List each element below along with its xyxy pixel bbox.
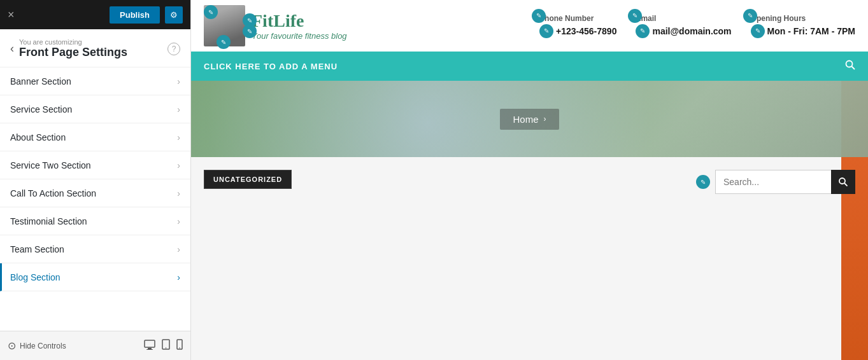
svg-point-9	[839, 178, 845, 184]
customizing-label: You are customizing	[19, 38, 162, 46]
sidebar-item-testimonial[interactable]: Testimonial Section ›	[0, 207, 190, 235]
edit-phone-button[interactable]: ✎	[532, 9, 546, 23]
mobile-view-button[interactable]	[176, 339, 183, 352]
chevron-right-icon: ›	[177, 272, 180, 282]
edit-hours-button[interactable]: ✎	[743, 9, 757, 23]
svg-line-10	[844, 183, 848, 186]
sidebar-item-about[interactable]: About Section ›	[0, 123, 190, 151]
hide-controls-toggle[interactable]: ⊙ Hide Controls	[8, 340, 66, 352]
help-icon[interactable]: ?	[167, 43, 180, 55]
breadcrumb-home: Home	[513, 114, 538, 125]
top-bar: × Publish ⚙	[0, 0, 190, 29]
left-panel: × Publish ⚙ ‹ You are customizing Front …	[0, 0, 191, 360]
search-submit-button[interactable]	[831, 170, 855, 194]
back-button[interactable]: ‹	[10, 42, 14, 55]
sidebar-item-service[interactable]: Service Section ›	[0, 95, 190, 123]
sidebar-item-service-two[interactable]: Service Two Section ›	[0, 151, 190, 179]
sidebar-item-team[interactable]: Team Section ›	[0, 235, 190, 263]
sidebar-item-cta[interactable]: Call To Action Section ›	[0, 179, 190, 207]
edit-tagline-button[interactable]: ✎	[243, 24, 257, 38]
customizer-header: ‹ You are customizing Front Page Setting…	[0, 29, 190, 67]
site-tagline: Your favourite fitness blog	[252, 31, 347, 41]
hours-label: Opening Hours	[751, 14, 806, 23]
phone-label: Phone Number	[539, 14, 594, 23]
tablet-view-button[interactable]	[162, 339, 170, 352]
view-mode-icons	[144, 339, 183, 352]
logo-text: FitLife Your favourite fitness blog	[252, 11, 347, 41]
site-navigation[interactable]: CLICK HERE TO ADD A MENU	[191, 52, 868, 81]
hours-value: Mon - Fri: 7AM - 7PM	[767, 26, 855, 36]
email-value: mail@domain.com	[652, 26, 731, 36]
content-area: UNCATEGORIZED ✎	[191, 157, 868, 207]
page-title: Front Page Settings	[19, 46, 162, 59]
preview-area: ✎ ✎ ✎ FitLife Your favourite fitness blo…	[191, 0, 868, 360]
hero-area: Home ›	[191, 81, 868, 157]
chevron-right-icon: ›	[177, 244, 180, 254]
contact-info: ✎ Phone Number ✎ +123-456-7890 ✎ Email ✎…	[360, 14, 855, 38]
uncategorized-badge: UNCATEGORIZED	[204, 170, 292, 189]
site-header: ✎ ✎ ✎ FitLife Your favourite fitness blo…	[191, 0, 868, 52]
toggle-icon: ⊙	[8, 340, 16, 352]
chevron-right-icon: ›	[177, 216, 180, 226]
svg-rect-2	[146, 349, 153, 350]
phone-value: +123-456-7890	[556, 26, 616, 36]
chevron-right-icon: ›	[177, 104, 180, 114]
desktop-view-button[interactable]	[144, 339, 155, 352]
svg-rect-0	[145, 340, 155, 347]
svg-line-8	[852, 67, 855, 70]
chevron-right-icon: ›	[177, 160, 180, 170]
bottom-bar: ⊙ Hide Controls	[0, 331, 190, 360]
sidebar-item-banner[interactable]: Banner Section ›	[0, 67, 190, 95]
edit-logo-tl-button[interactable]: ✎	[204, 5, 218, 19]
chevron-right-icon: ›	[177, 76, 180, 87]
settings-gear-button[interactable]: ⚙	[165, 6, 183, 24]
svg-rect-1	[148, 348, 152, 349]
publish-button[interactable]: Publish	[110, 6, 160, 24]
svg-point-7	[846, 61, 853, 67]
site-name: FitLife	[252, 11, 347, 31]
preview-wrapper: ✎ ✎ ✎ FitLife Your favourite fitness blo…	[191, 0, 868, 360]
svg-point-4	[166, 347, 167, 349]
nav-search-icon[interactable]	[845, 60, 855, 73]
breadcrumb: Home ›	[500, 109, 559, 130]
chevron-right-icon: ›	[177, 188, 180, 198]
sidebar-item-blog[interactable]: Blog Section ›	[0, 263, 190, 291]
close-button[interactable]: ×	[8, 8, 15, 22]
edit-email-button[interactable]: ✎	[628, 9, 642, 23]
edit-hours2-button[interactable]: ✎	[751, 24, 765, 38]
nav-menu-text: CLICK HERE TO ADD A MENU	[204, 62, 338, 71]
svg-point-6	[179, 347, 180, 349]
chevron-right-icon: ›	[177, 132, 180, 142]
breadcrumb-arrow-icon: ›	[544, 114, 546, 123]
edit-search-button[interactable]: ✎	[696, 175, 710, 189]
sections-nav-list: Banner Section › Service Section › About…	[0, 67, 190, 331]
edit-email2-button[interactable]: ✎	[636, 24, 650, 38]
edit-phone2-button[interactable]: ✎	[539, 24, 553, 38]
edit-logo-bl-button[interactable]: ✎	[217, 35, 231, 49]
search-area: ✎	[696, 170, 855, 194]
